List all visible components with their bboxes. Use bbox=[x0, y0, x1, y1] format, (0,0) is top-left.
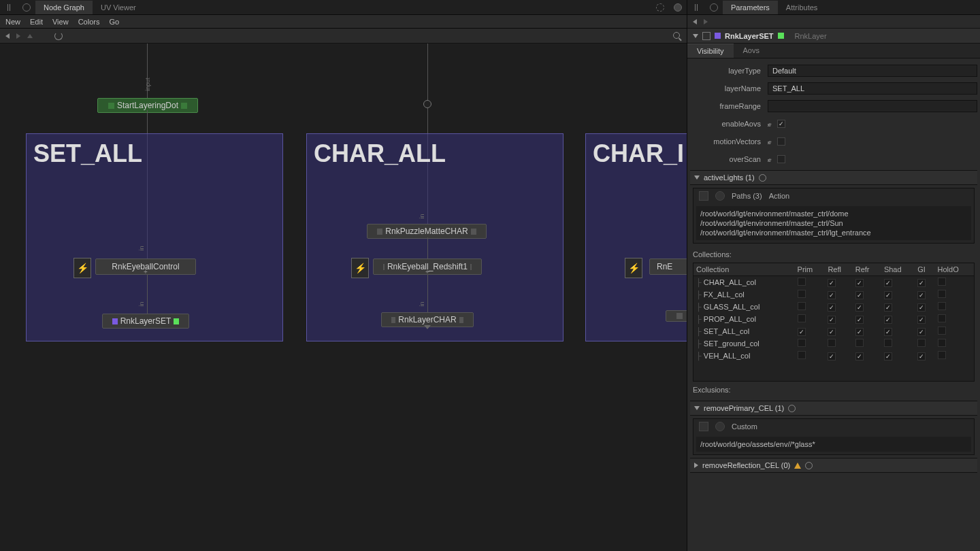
node-start-layering-dot[interactable]: StartLayeringDot bbox=[97, 98, 198, 113]
table-header[interactable]: GI bbox=[915, 263, 934, 276]
bolt-icon[interactable]: ⚡ bbox=[625, 258, 642, 278]
cell-checkbox[interactable]: ✓ bbox=[884, 328, 892, 336]
cell-checkbox[interactable]: ✓ bbox=[828, 352, 836, 361]
key-icon[interactable]: ⸙ bbox=[768, 156, 774, 163]
search-icon[interactable] bbox=[673, 32, 681, 40]
key-icon[interactable]: ⸙ bbox=[768, 120, 774, 127]
tab-attributes[interactable]: Attributes bbox=[778, 1, 826, 14]
cell-checkbox[interactable] bbox=[884, 339, 892, 347]
cell-checkbox[interactable]: ✓ bbox=[828, 279, 836, 287]
cell-checkbox[interactable]: ✓ bbox=[917, 316, 926, 324]
cell-checkbox[interactable]: ✓ bbox=[855, 291, 864, 299]
cell-checkbox[interactable] bbox=[855, 339, 864, 347]
cell-checkbox[interactable]: ✓ bbox=[855, 303, 864, 312]
cell-checkbox[interactable]: ✓ bbox=[798, 328, 806, 336]
nav-up-icon[interactable] bbox=[27, 34, 33, 38]
tab-uv-viewer[interactable]: UV Viewer bbox=[93, 1, 144, 14]
cell-checkbox[interactable] bbox=[938, 278, 946, 286]
path-entry[interactable]: /root/world/lgt/environment/master_ctrl/… bbox=[700, 228, 967, 237]
cell-checkbox[interactable]: ✓ bbox=[884, 352, 892, 361]
nav-forward-icon[interactable] bbox=[704, 19, 708, 24]
cell-checkbox[interactable]: ✓ bbox=[917, 328, 926, 336]
cell-checkbox[interactable]: ✓ bbox=[884, 279, 892, 287]
scope-icon[interactable] bbox=[715, 191, 725, 201]
table-header[interactable]: HoldO bbox=[935, 263, 974, 276]
target-icon[interactable] bbox=[21, 2, 32, 13]
cell-checkbox[interactable]: ✓ bbox=[855, 279, 864, 287]
table-header[interactable]: Refr bbox=[853, 263, 881, 276]
tab-parameters[interactable]: Parameters bbox=[723, 1, 778, 14]
cell-checkbox[interactable]: ✓ bbox=[917, 291, 926, 299]
cell-checkbox[interactable]: ✓ bbox=[828, 328, 836, 336]
section-remove-primary[interactable]: removePrimary_CEL (1) bbox=[690, 401, 977, 416]
collections-table[interactable]: CollectionPrimReflRefrShadGIHoldO ├ CHAR… bbox=[693, 263, 974, 362]
remove-primary-path[interactable]: /root/world/geo/assets/env//*glass* bbox=[696, 437, 971, 452]
disclose-icon[interactable] bbox=[694, 176, 700, 180]
table-header[interactable]: Shad bbox=[881, 263, 915, 276]
clock-icon[interactable] bbox=[759, 174, 766, 182]
port-icon[interactable] bbox=[423, 100, 431, 108]
panel-menu-icon[interactable] bbox=[691, 2, 702, 13]
list-icon[interactable] bbox=[699, 191, 708, 201]
nav-forward-icon[interactable] bbox=[16, 33, 20, 39]
menu-view[interactable]: View bbox=[52, 18, 69, 26]
table-header[interactable]: Refl bbox=[825, 263, 852, 276]
menu-edit[interactable]: Edit bbox=[30, 18, 43, 26]
input-layer-type[interactable]: Default bbox=[768, 65, 977, 77]
cell-checkbox[interactable] bbox=[938, 290, 946, 298]
table-row[interactable]: ├ FX_ALL_col✓✓✓✓ bbox=[693, 288, 974, 301]
cell-checkbox[interactable]: ✓ bbox=[884, 291, 892, 299]
checkbox-motion-vectors[interactable] bbox=[777, 137, 785, 146]
cell-checkbox[interactable] bbox=[798, 278, 806, 286]
node-rne[interactable]: RnE bbox=[649, 258, 687, 275]
cell-checkbox[interactable] bbox=[938, 302, 946, 310]
cell-checkbox[interactable]: ✓ bbox=[884, 316, 892, 324]
cell-checkbox[interactable]: ✓ bbox=[917, 303, 926, 312]
cell-checkbox[interactable]: ✓ bbox=[917, 279, 926, 287]
path-entry[interactable]: /root/world/geo/assets/env//*glass* bbox=[700, 439, 967, 449]
menu-colors[interactable]: Colors bbox=[78, 18, 100, 26]
cell-checkbox[interactable] bbox=[798, 339, 806, 347]
cell-checkbox[interactable] bbox=[938, 327, 946, 335]
bolt-icon[interactable]: ⚡ bbox=[351, 258, 369, 278]
disclose-icon[interactable] bbox=[694, 406, 700, 410]
scope-icon[interactable] bbox=[715, 422, 725, 431]
ptab-visibility[interactable]: Visibility bbox=[687, 44, 734, 58]
node-graph-canvas[interactable]: input StartLayeringDot SET_ALL in ⚡ RnkE… bbox=[0, 44, 687, 551]
cell-checkbox[interactable]: ✓ bbox=[917, 352, 926, 361]
disclose-icon[interactable] bbox=[693, 34, 698, 38]
refresh-icon[interactable] bbox=[54, 32, 63, 40]
cell-checkbox[interactable] bbox=[798, 314, 806, 322]
cell-checkbox[interactable]: ✓ bbox=[884, 303, 892, 312]
menu-go[interactable]: Go bbox=[109, 18, 119, 26]
node-rnk-eyeball-redshift[interactable]: RnkEyeball_Redshift1 + bbox=[373, 258, 482, 275]
cell-checkbox[interactable]: ✓ bbox=[828, 316, 836, 324]
bolt-icon[interactable]: ⚡ bbox=[74, 258, 91, 278]
cell-checkbox[interactable] bbox=[798, 302, 806, 310]
table-row[interactable]: ├ SET_ground_col bbox=[693, 337, 974, 350]
menu-new[interactable]: New bbox=[5, 18, 20, 26]
path-entry[interactable]: /root/world/lgt/environment/master_ctrl/… bbox=[700, 209, 967, 218]
paths-list[interactable]: /root/world/lgt/environment/master_ctrl/… bbox=[696, 206, 971, 240]
table-row[interactable]: ├ PROP_ALL_col✓✓✓✓ bbox=[693, 313, 974, 325]
list-icon[interactable] bbox=[699, 422, 708, 431]
table-row[interactable]: ├ CHAR_ALL_col✓✓✓✓ bbox=[693, 276, 974, 289]
table-row[interactable]: ├ GLASS_ALL_col✓✓✓✓ bbox=[693, 301, 974, 313]
close-tab-icon[interactable] bbox=[672, 2, 683, 13]
cell-checkbox[interactable]: ✓ bbox=[855, 352, 864, 361]
node-partial[interactable] bbox=[666, 310, 687, 322]
node-rnk-puzzle-matte-char[interactable]: RnkPuzzleMatteCHAR bbox=[367, 224, 487, 239]
cell-checkbox[interactable]: ✓ bbox=[828, 303, 836, 312]
clock-icon[interactable] bbox=[805, 462, 813, 469]
key-icon[interactable]: ⸙ bbox=[768, 138, 774, 145]
nav-back-icon[interactable] bbox=[693, 19, 697, 24]
cell-checkbox[interactable]: ✓ bbox=[855, 316, 864, 324]
backdrop-set-all[interactable]: SET_ALL bbox=[26, 133, 283, 341]
target-icon[interactable] bbox=[708, 2, 719, 13]
cell-checkbox[interactable] bbox=[938, 351, 946, 359]
checkbox-enable-aovs[interactable]: ✓ bbox=[777, 120, 785, 128]
table-header[interactable]: Prim bbox=[795, 263, 826, 276]
section-remove-reflection[interactable]: removeReflection_CEL (0) bbox=[690, 458, 977, 473]
dock-icon[interactable] bbox=[655, 2, 666, 13]
nav-back-icon[interactable] bbox=[5, 33, 10, 39]
